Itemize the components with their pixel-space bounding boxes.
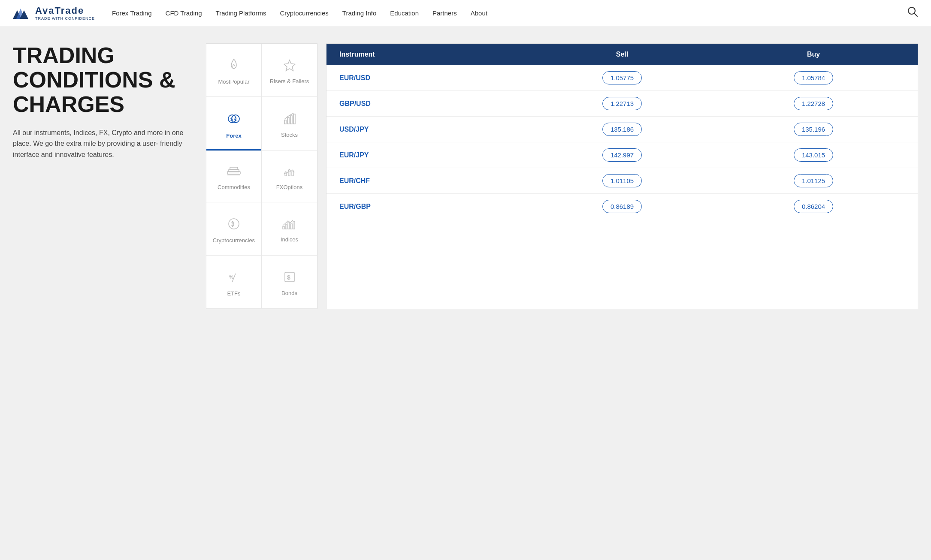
cat-bonds-label: Bonds [281,290,297,296]
instrument-eurusd: EUR/USD [335,74,526,82]
svg-rect-32 [290,224,292,229]
star-icon [283,59,296,75]
svg-rect-31 [288,222,290,229]
svg-point-3 [908,7,915,14]
instruments-table: Instrument Sell Buy EUR/USD 1.05775 1.05… [326,43,918,309]
bonds-icon: $ [283,271,296,286]
svg-text:%: % [229,274,233,280]
instrument-usdjpy: USD/JPY [335,126,526,133]
cat-most-popular[interactable]: MostPopular [206,44,262,97]
indices-icon [282,218,297,233]
category-grid: MostPopular Risers & Fallers $ € Forex [206,43,317,309]
main-nav: Forex Trading CFD Trading Trading Platfo… [112,9,907,17]
buy-eurusd: 1.05784 [718,71,909,84]
header: AvaTrade TRADE WITH CONFIDENCE Forex Tra… [0,0,931,26]
instrument-eurgbp: EUR/GBP [335,203,526,211]
cat-etfs-label: ETFs [227,290,240,297]
cat-forex[interactable]: $ € Forex [206,97,262,151]
hero-section: TRADING CONDITIONS & CHARGES All our ins… [13,43,197,309]
instrument-eurjpy: EUR/JPY [335,151,526,159]
cat-crypto-label: Cryptocurrencies [213,237,255,244]
svg-rect-24 [285,173,287,176]
etfs-icon: % [227,270,241,287]
buy-eurjpy: 143.015 [718,148,909,162]
th-instrument: Instrument [335,51,526,58]
cat-crypto[interactable]: ₿ Cryptocurrencies [206,202,262,256]
cat-stocks-label: Stocks [281,132,298,138]
svg-rect-12 [290,116,292,124]
table-row: GBP/USD 1.22713 1.22728 [326,91,918,117]
table-header-row: Instrument Sell Buy [326,44,918,65]
buy-eurchf: 1.01125 [718,174,909,187]
svg-rect-13 [293,114,295,124]
cat-risers-fallers-label: Risers & Fallers [270,78,309,84]
instrument-gbpusd: GBP/USD [335,100,526,108]
crypto-icon: ₿ [227,217,240,234]
table-row: USD/JPY 135.186 135.196 [326,117,918,142]
main-content: TRADING CONDITIONS & CHARGES All our ins… [0,26,931,326]
svg-rect-26 [292,172,293,176]
sell-gbpusd: 1.22713 [526,97,718,110]
sell-eurjpy: 142.997 [526,148,718,162]
cat-forex-label: Forex [226,132,241,139]
cat-most-popular-label: MostPopular [218,78,250,85]
svg-rect-30 [285,225,287,229]
svg-rect-33 [293,221,295,229]
table-row: EUR/GBP 0.86189 0.86204 [326,194,918,219]
table-row: EUR/JPY 142.997 143.015 [326,142,918,168]
nav-forex-trading[interactable]: Forex Trading [112,9,152,17]
cat-commodities-label: Commodities [218,184,250,190]
cat-fxoptions[interactable]: FXOptions [262,151,317,202]
th-sell: Sell [526,51,718,58]
table-row: EUR/USD 1.05775 1.05784 [326,65,918,91]
commodities-icon [227,166,241,181]
svg-line-19 [286,172,287,173]
sell-eurchf: 1.01105 [526,174,718,187]
th-buy: Buy [718,51,909,58]
sell-usdjpy: 135.186 [526,123,718,136]
svg-text:$: $ [230,117,233,122]
fxoptions-icon [282,166,297,181]
svg-rect-29 [283,226,284,229]
nav-cfd-trading[interactable]: CFD Trading [166,9,202,17]
svg-text:₿: ₿ [231,221,234,227]
logo-text-area: AvaTrade TRADE WITH CONFIDENCE [35,5,95,21]
logo-tagline: TRADE WITH CONFIDENCE [35,16,95,21]
hero-title: TRADING CONDITIONS & CHARGES [13,43,189,117]
cat-stocks[interactable]: Stocks [262,97,317,151]
svg-rect-10 [284,120,286,124]
buy-usdjpy: 135.196 [718,123,909,136]
svg-text:$: $ [287,274,290,281]
sell-eurgbp: 0.86189 [526,200,718,213]
nav-partners[interactable]: Partners [432,9,457,17]
nav-about[interactable]: About [471,9,487,17]
hero-description: All our instruments, Indices, FX, Crypto… [13,127,189,160]
svg-text:€: € [234,117,237,122]
logo[interactable]: AvaTrade TRADE WITH CONFIDENCE [13,5,95,21]
logo-name: AvaTrade [35,5,95,16]
svg-line-4 [915,14,918,17]
svg-rect-11 [287,117,289,124]
sell-eurusd: 1.05775 [526,71,718,84]
nav-education[interactable]: Education [390,9,419,17]
cat-risers-fallers[interactable]: Risers & Fallers [262,44,317,97]
logo-icon [13,7,29,19]
nav-cryptocurrencies[interactable]: Cryptocurrencies [280,9,328,17]
cat-bonds[interactable]: $ Bonds [262,256,317,309]
cat-indices-label: Indices [281,236,298,243]
svg-rect-25 [288,171,290,176]
stocks-icon [283,112,296,128]
svg-line-22 [291,170,293,172]
nav-trading-info[interactable]: Trading Info [342,9,377,17]
instrument-eurchf: EUR/CHF [335,177,526,185]
cat-indices[interactable]: Indices [262,202,317,256]
cat-etfs[interactable]: % ETFs [206,256,262,309]
nav-trading-platforms[interactable]: Trading Platforms [216,9,266,17]
cat-commodities[interactable]: Commodities [206,151,262,202]
flame-icon [228,58,240,75]
buy-eurgbp: 0.86204 [718,200,909,213]
search-icon[interactable] [907,6,918,20]
table-row: EUR/CHF 1.01105 1.01125 [326,168,918,194]
svg-marker-5 [284,60,295,71]
forex-icon: $ € [227,111,241,129]
